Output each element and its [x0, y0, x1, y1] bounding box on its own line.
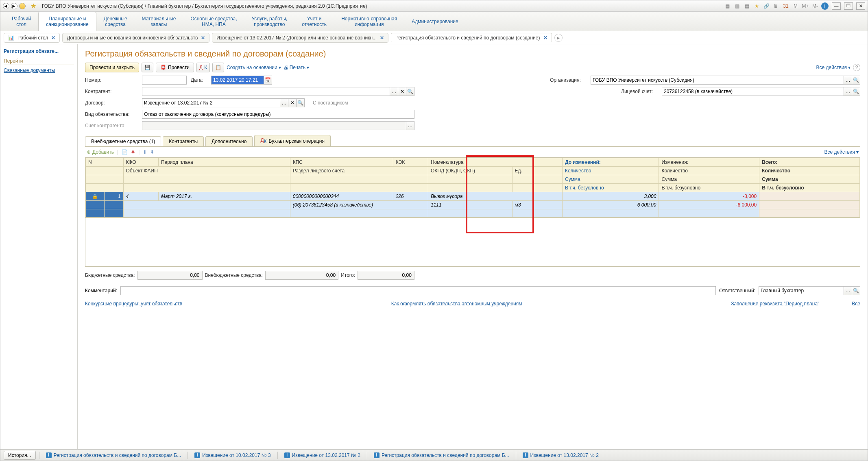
close-icon[interactable]: ✕	[856, 2, 865, 10]
tool-icon[interactable]: ▤	[743, 2, 750, 10]
left-panel: Регистрация обязате... Перейти Связанные…	[0, 44, 78, 449]
contract-input[interactable]	[142, 98, 280, 107]
save-close-button[interactable]: Провести и закрыть	[85, 63, 139, 72]
account-input[interactable]	[662, 87, 844, 96]
dtkt-icon[interactable]: ДК	[196, 63, 210, 72]
help-link-2[interactable]: Как оформлять обязательства автономным у…	[391, 301, 522, 307]
clear-icon[interactable]: ✕	[398, 87, 406, 96]
tab-notice[interactable]: Извещение от 13.02.2017 № 2 (Договор или…	[212, 33, 388, 43]
help-link-3[interactable]: Заполнение реквизита "Период плана"	[731, 301, 819, 307]
close-icon[interactable]: ✕	[543, 35, 547, 41]
obligation-input[interactable]	[142, 110, 414, 119]
maximize-icon[interactable]: ❐	[844, 2, 853, 10]
favorite-icon[interactable]: ★	[30, 2, 37, 10]
section-nav: Рабочийстол Планирование исанкционирован…	[0, 12, 868, 31]
contract-label: Договор:	[85, 100, 138, 106]
grid-all-actions[interactable]: Все действия ▾	[824, 149, 859, 155]
post-button[interactable]: 📮 Провести	[156, 63, 194, 72]
tool-icon[interactable]: ▦	[724, 2, 731, 10]
forward-icon[interactable]: ►	[11, 3, 17, 9]
section-admin[interactable]: Администрирование	[404, 12, 465, 31]
calc-icon[interactable]: 🖩	[772, 2, 780, 10]
move-down-icon[interactable]: ⬇	[150, 149, 154, 155]
calendar-icon[interactable]: 📅	[264, 76, 272, 85]
m-icon[interactable]: M	[792, 2, 799, 10]
section-desktop[interactable]: Рабочийстол	[4, 12, 38, 31]
select-icon[interactable]: …	[844, 76, 852, 85]
clear-icon[interactable]: ✕	[288, 98, 297, 107]
search-icon[interactable]: 🔍	[297, 98, 305, 107]
tool-icon[interactable]: ▥	[733, 2, 741, 10]
related-documents-link[interactable]: Связанные документы	[4, 67, 74, 73]
tab-additional[interactable]: Дополнительно	[205, 136, 253, 146]
grand-total	[358, 271, 414, 280]
history-button[interactable]: История...	[4, 451, 36, 460]
search-icon[interactable]: 🔍	[406, 87, 414, 96]
star-icon[interactable]: ★	[753, 2, 760, 10]
section-reporting[interactable]: Учет иотчетность	[294, 12, 334, 31]
responsible-label: Ответственный:	[719, 288, 755, 294]
copy-icon[interactable]: 📄	[122, 149, 128, 155]
select-icon[interactable]: …	[280, 98, 288, 107]
all-actions-button[interactable]: Все действия ▾	[816, 65, 851, 70]
number-input[interactable]	[142, 76, 187, 85]
close-icon[interactable]: ✕	[51, 35, 55, 41]
task-item[interactable]: iРегистрация обязательств и сведений по …	[43, 451, 185, 459]
select-icon[interactable]: …	[844, 286, 852, 295]
section-services[interactable]: Услуги, работы,производство	[244, 12, 294, 31]
link-icon[interactable]: 🔗	[763, 2, 770, 10]
section-planning[interactable]: Планирование исанкционирование	[38, 12, 96, 31]
select-icon[interactable]: …	[406, 121, 414, 130]
comment-label: Комментарий:	[85, 288, 117, 294]
delete-icon[interactable]: ✖	[131, 149, 135, 155]
section-reference[interactable]: Нормативно-справочнаяинформация	[334, 12, 404, 31]
table-row[interactable]: 🔒 1 4 Март 2017 г. 00000000000000244 226…	[86, 192, 860, 201]
help-link-1[interactable]: Конкурсные процедуры: учет обязательств	[85, 301, 182, 307]
print-button[interactable]: 🖨 Печать ▾	[284, 65, 309, 70]
search-icon[interactable]: 🔍	[852, 76, 860, 85]
section-assets[interactable]: Основные средства,НМА, НПА	[183, 12, 244, 31]
tab-desktop[interactable]: 📊 Рабочий стол ✕	[4, 33, 60, 43]
budget-total	[137, 271, 203, 280]
tab-accounting[interactable]: ДК Бухгалтерская операция	[254, 135, 331, 146]
calendar-icon[interactable]: 31	[782, 2, 789, 10]
create-based-button[interactable]: Создать на основании ▾	[227, 65, 281, 70]
help-link-all[interactable]: Все	[852, 301, 860, 307]
save-icon[interactable]: 💾	[142, 63, 153, 72]
tab-registration[interactable]: Регистрация обязательств и сведений по д…	[391, 33, 552, 43]
date-input[interactable]	[211, 76, 264, 85]
select-icon[interactable]: …	[844, 87, 852, 96]
add-button[interactable]: ⊕ Добавить	[87, 149, 114, 155]
task-item[interactable]: iИзвещение от 13.02.2017 № 2	[519, 451, 602, 459]
search-icon[interactable]: 🔍	[852, 87, 860, 96]
task-item[interactable]: iРегистрация обязательств и сведений по …	[371, 451, 513, 459]
home-icon[interactable]	[19, 3, 26, 9]
select-icon[interactable]: …	[390, 87, 398, 96]
tab-contracts[interactable]: Договоры и иные основания возникновения …	[62, 33, 209, 43]
task-item[interactable]: iИзвещение от 10.02.2017 № 3	[191, 451, 274, 459]
section-materials[interactable]: Материальныезапасы	[135, 12, 183, 31]
help-icon[interactable]: ?	[853, 64, 860, 71]
org-input[interactable]	[591, 76, 844, 85]
tab-counterparties[interactable]: Контрагенты	[163, 136, 204, 146]
list-icon[interactable]: 📋	[212, 63, 224, 72]
task-item[interactable]: iИзвещение от 13.02.2017 № 2	[281, 451, 364, 459]
tab-extra-funds[interactable]: Внебюджетные средства (1)	[85, 136, 161, 146]
search-icon[interactable]: 🔍	[852, 286, 860, 295]
table-row[interactable]: (06) 20736123458 (в казначействе) 1111 м…	[86, 201, 860, 209]
comment-input[interactable]	[120, 286, 716, 295]
m-minus-icon[interactable]: M-	[811, 2, 819, 10]
close-icon[interactable]: ✕	[380, 35, 384, 41]
table-row[interactable]	[86, 209, 860, 217]
counterparty-input[interactable]	[142, 87, 390, 96]
tabs-more-icon[interactable]: ▸	[554, 34, 563, 42]
responsible-input[interactable]	[759, 286, 844, 295]
move-up-icon[interactable]: ⬆	[143, 149, 147, 155]
back-icon[interactable]: ◄	[3, 3, 9, 9]
section-cash[interactable]: Денежныесредства	[96, 12, 135, 31]
m-plus-icon[interactable]: M+	[802, 2, 809, 10]
help-icon[interactable]: i	[821, 2, 829, 10]
close-icon[interactable]: ✕	[201, 35, 205, 41]
info-icon: i	[194, 452, 200, 458]
minimize-icon[interactable]: —	[832, 2, 841, 10]
